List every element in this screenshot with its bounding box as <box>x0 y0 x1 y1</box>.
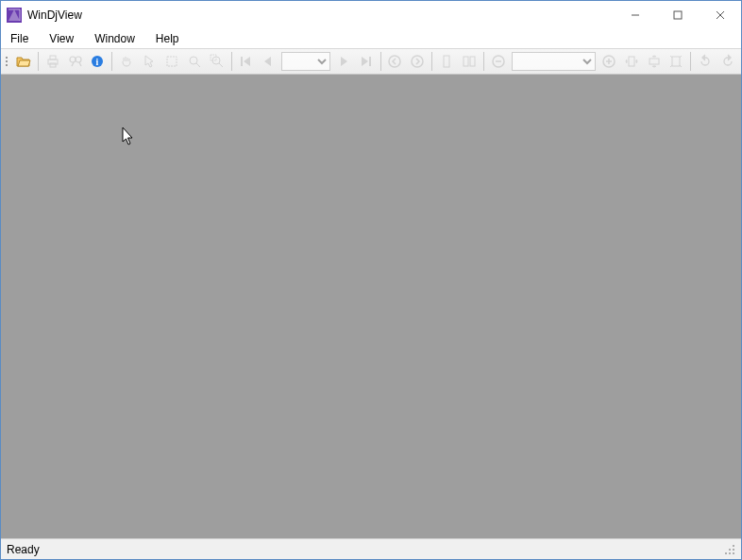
find-button[interactable] <box>65 51 86 72</box>
info-button[interactable]: i <box>87 51 108 72</box>
zoom-out-button[interactable] <box>488 51 509 72</box>
menu-window[interactable]: Window <box>91 30 139 47</box>
facing-pages-button[interactable] <box>459 51 480 72</box>
svg-point-37 <box>729 549 731 551</box>
window-controls <box>614 1 741 29</box>
nav-forward-button[interactable] <box>407 51 428 72</box>
fit-page-button[interactable] <box>666 51 687 72</box>
fit-height-button[interactable] <box>644 51 665 72</box>
window-title: WinDjView <box>27 8 82 22</box>
menu-bar: File View Window Help <box>1 29 741 48</box>
toolbar-separator <box>431 52 432 71</box>
svg-point-15 <box>190 57 197 64</box>
svg-point-36 <box>733 549 734 551</box>
resize-grip[interactable] <box>724 544 735 555</box>
toolbar-separator <box>111 52 112 71</box>
svg-point-9 <box>76 57 81 62</box>
close-button[interactable] <box>699 1 741 29</box>
toolbar-grip[interactable] <box>5 52 10 71</box>
first-page-button[interactable] <box>236 51 257 72</box>
hand-tool-button[interactable] <box>116 51 137 72</box>
magnify-tool-button[interactable] <box>184 51 205 72</box>
svg-point-35 <box>733 545 734 547</box>
marquee-zoom-button[interactable] <box>207 51 228 72</box>
svg-rect-25 <box>464 57 468 66</box>
previous-page-button[interactable] <box>258 51 278 72</box>
zoom-combo[interactable] <box>512 52 596 71</box>
toolbar-separator <box>38 52 39 71</box>
nav-back-button[interactable] <box>384 51 405 72</box>
rotate-right-button[interactable] <box>717 51 738 72</box>
toolbar-separator <box>690 52 691 71</box>
status-text: Ready <box>7 543 40 556</box>
document-viewport[interactable] <box>1 75 741 538</box>
svg-point-22 <box>389 56 400 67</box>
toolbar-separator <box>483 52 484 71</box>
menu-file[interactable]: File <box>7 30 32 47</box>
app-icon <box>7 8 22 23</box>
zoom-in-button[interactable] <box>599 51 619 72</box>
svg-text:i: i <box>96 57 99 67</box>
print-button[interactable] <box>42 51 63 72</box>
svg-point-8 <box>70 57 76 62</box>
minimize-button[interactable] <box>614 1 656 29</box>
svg-rect-2 <box>674 11 682 19</box>
status-bar: Ready <box>1 538 741 559</box>
svg-rect-33 <box>649 59 659 64</box>
svg-point-39 <box>729 552 731 554</box>
svg-rect-24 <box>444 56 449 67</box>
svg-rect-6 <box>50 56 56 59</box>
svg-point-23 <box>412 56 423 67</box>
title-bar: WinDjView <box>1 1 741 29</box>
last-page-button[interactable] <box>356 51 377 72</box>
open-button[interactable] <box>13 51 34 72</box>
rotate-left-button[interactable] <box>695 51 716 72</box>
svg-line-18 <box>219 63 223 67</box>
toolbar-separator <box>380 52 381 71</box>
page-combo[interactable] <box>281 52 330 71</box>
fit-width-button[interactable] <box>621 51 642 72</box>
toolbar: i <box>1 48 741 75</box>
menu-view[interactable]: View <box>45 30 77 47</box>
select-tool-button[interactable] <box>139 51 160 72</box>
svg-rect-21 <box>369 57 371 66</box>
svg-line-16 <box>196 63 200 67</box>
svg-point-17 <box>212 57 220 64</box>
cursor-icon <box>122 127 137 147</box>
svg-rect-34 <box>672 57 680 66</box>
svg-rect-26 <box>470 57 475 66</box>
single-page-button[interactable] <box>436 51 457 72</box>
menu-help[interactable]: Help <box>152 30 183 47</box>
svg-rect-32 <box>629 57 634 66</box>
marquee-tool-button[interactable] <box>161 51 182 72</box>
svg-point-38 <box>733 552 734 554</box>
svg-rect-20 <box>241 57 243 66</box>
svg-point-40 <box>725 552 727 554</box>
svg-rect-14 <box>167 57 177 66</box>
toolbar-separator <box>231 52 232 71</box>
next-page-button[interactable] <box>333 51 354 72</box>
svg-line-11 <box>79 62 81 66</box>
maximize-button[interactable] <box>656 1 699 29</box>
